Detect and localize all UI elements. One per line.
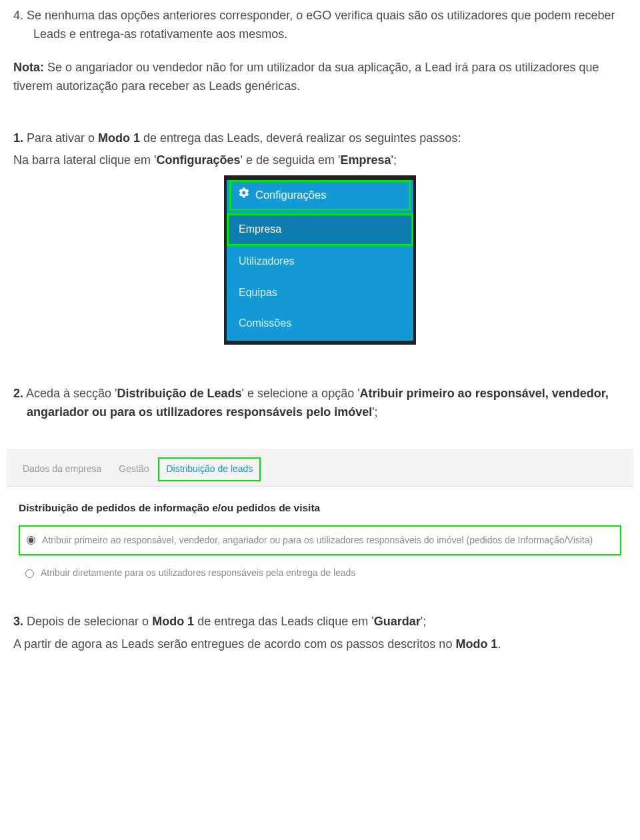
text: A partir de agora as Leads serão entregu… [13, 637, 455, 651]
step-number: 2. [13, 387, 23, 400]
text-bold: Modo 1 [152, 615, 194, 628]
list-number: 4. [13, 9, 27, 22]
text: '; [372, 405, 377, 419]
sidebar-item-equipas[interactable]: Equipas [227, 277, 413, 309]
tab-distribuicao-leads[interactable]: Distribuição de leads [158, 457, 261, 481]
text: '; [421, 615, 426, 628]
sidebar-item-comissoes[interactable]: Comissões [227, 308, 413, 339]
text: Aceda à secção ' [23, 387, 117, 400]
radio-input-2[interactable] [25, 569, 34, 578]
sidebar-item-label: Utilizadores [239, 255, 295, 267]
settings-panel-screenshot: Dados da empresa Gestão Distribuição de … [7, 449, 633, 593]
sidebar-item-label: Configurações [255, 187, 326, 204]
sidebar-item-empresa[interactable]: Empresa [227, 213, 413, 246]
step-number: 3. [13, 615, 23, 628]
radio-label: Atribuir diretamente para os utilizadore… [41, 566, 355, 581]
tab-dados-empresa[interactable]: Dados da empresa [23, 462, 101, 477]
text: ' e selecione a opção ' [242, 387, 360, 400]
text: de entrega das Leads clique em ' [194, 615, 374, 628]
text-bold: Distribuição de Leads [117, 387, 242, 400]
sidebar-item-config[interactable]: Configurações [229, 180, 411, 211]
gear-icon [238, 187, 250, 204]
text: Na barra lateral clique em ' [13, 153, 157, 167]
text: Depois de selecionar o [23, 615, 152, 628]
radio-option-1[interactable]: Atribuir primeiro ao responsável, vended… [19, 525, 621, 556]
sidebar-item-label: Empresa [239, 223, 281, 235]
radio-label: Atribuir primeiro ao responsável, vended… [42, 533, 593, 548]
text-bold: Configurações [157, 153, 241, 167]
sidebar-item-label: Equipas [239, 287, 277, 298]
text: de entrega das Leads, deverá realizar os… [140, 131, 461, 145]
note-paragraph: Nota: Se o angariador ou vendedor não fo… [13, 59, 627, 96]
step-3-line-2: A partir de agora as Leads serão entregu… [13, 635, 627, 654]
text-bold: Guardar [374, 615, 421, 628]
step-3-line-1: 3. Depois de selecionar o Modo 1 de entr… [13, 613, 627, 631]
note-label: Nota: [13, 61, 44, 74]
text: . [497, 637, 501, 651]
step-1-line-1: 1. Para ativar o Modo 1 de entrega das L… [13, 129, 627, 148]
text-bold: Modo 1 [455, 637, 497, 651]
text: Para ativar o [23, 131, 98, 145]
radio-input-1[interactable] [27, 536, 35, 545]
step-number: 1. [13, 131, 23, 145]
panel-title: Distribuição de pedidos de informação e/… [19, 500, 621, 516]
text: '; [391, 153, 397, 167]
note-body: Se o angariador ou vendedor não for um u… [13, 61, 599, 93]
text: ' e de seguida em ' [241, 153, 341, 167]
radio-option-2[interactable]: Atribuir diretamente para os utilizadore… [19, 559, 621, 587]
text-bold: Modo 1 [98, 131, 140, 145]
step-1-line-2: Na barra lateral clique em 'Configuraçõe… [13, 151, 627, 170]
list-item-4: 4. Se nenhuma das opções anteriores corr… [13, 7, 627, 44]
sidebar-item-label: Comissões [239, 317, 291, 329]
sidebar-item-utilizadores[interactable]: Utilizadores [227, 246, 413, 277]
text-bold: Empresa [341, 153, 391, 167]
sidebar-screenshot: Configurações Empresa Utilizadores Equip… [224, 175, 416, 345]
tabs-bar: Dados da empresa Gestão Distribuição de … [7, 449, 633, 487]
tab-gestao[interactable]: Gestão [119, 462, 149, 477]
step-2: 2. Aceda à secção 'Distribuição de Leads… [13, 385, 627, 422]
list-text: Se nenhuma das opções anteriores corresp… [27, 9, 615, 41]
